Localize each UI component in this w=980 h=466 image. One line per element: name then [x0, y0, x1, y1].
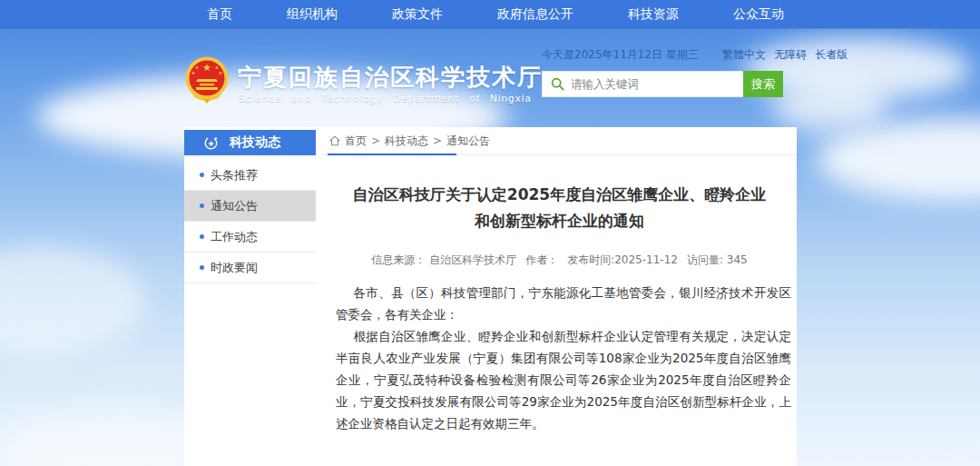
link-accessibility[interactable]: 无障碍 [774, 47, 807, 63]
svg-text:★: ★ [208, 138, 215, 147]
breadcrumb-separator: > [371, 134, 380, 147]
meta-view-count: 访问量: 345 [687, 253, 748, 268]
sidebar-item-label: 头条推荐 [211, 167, 258, 183]
sidebar-item-label: 时政要闻 [211, 260, 258, 276]
article-title: 自治区科技厅关于认定2025年度自治区雏鹰企业、瞪羚企业和创新型标杆企业的通知 [348, 182, 772, 234]
article-meta: 信息来源： 自治区科学技术厅 作者： 发布时间:2025-11-12 访问量: … [322, 253, 797, 268]
breadcrumb-separator: > [433, 134, 442, 147]
nav-item-sci-tech-resources[interactable]: 科技资源 [628, 6, 679, 23]
site-title: 宁夏回族自治区科学技术厅 [238, 62, 543, 94]
search-input[interactable] [571, 77, 743, 91]
nav-item-organization[interactable]: 组织机构 [287, 6, 338, 23]
breadcrumb: 首页 > 科技动态 > 通知公告 [322, 127, 797, 155]
article-paragraph: 根据自治区雏鹰企业、瞪羚企业和创新型标杆企业认定管理有关规定，决定认定半亩良人农… [336, 325, 791, 434]
nav-item-policy-documents[interactable]: 政策文件 [392, 6, 443, 23]
link-traditional-chinese[interactable]: 繁體中文 [722, 47, 766, 63]
bullet-dot-icon [200, 265, 204, 270]
home-icon [329, 135, 340, 146]
star-refresh-icon: ★ [203, 135, 219, 151]
sidebar-item-current-politics[interactable]: 时政要闻 [184, 253, 316, 283]
bullet-dot-icon [200, 203, 204, 208]
sidebar-item-label: 通知公告 [211, 198, 258, 214]
meta-author: 作者： [525, 253, 558, 268]
site-subtitle: Science and Technology Department of Nin… [239, 93, 532, 104]
meta-source: 信息来源： 自治区科学技术厅 [371, 253, 516, 268]
meta-publish-date: 发布时间:2025-11-12 [567, 253, 678, 268]
svg-text:★: ★ [202, 62, 211, 74]
top-nav: 首页 组织机构 政策文件 政府信息公开 科技资源 公众互动 [0, 0, 980, 28]
bullet-dot-icon [200, 173, 204, 177]
site-header: ★ ★ ★ ★ ★ 宁夏回族自治区科学技术厅 Science and Techn… [0, 28, 980, 119]
nav-item-public-interaction[interactable]: 公众互动 [733, 6, 784, 23]
sidebar-item-label: 工作动态 [211, 229, 258, 245]
breadcrumb-current: 通知公告 [446, 134, 490, 149]
search-bar: 搜索 [542, 71, 783, 97]
national-emblem-logo: ★ ★ ★ ★ ★ [184, 55, 230, 104]
current-date: 今天是2025年11月12日 星期三 [542, 47, 699, 63]
link-elderly-version[interactable]: 长者版 [815, 47, 848, 63]
nav-item-gov-info-disclosure[interactable]: 政府信息公开 [497, 6, 573, 23]
svg-text:★: ★ [195, 64, 200, 70]
sidebar-item-notices[interactable]: 通知公告 [184, 191, 316, 222]
svg-text:★: ★ [219, 70, 223, 75]
breadcrumb-sci-tech-trends[interactable]: 科技动态 [385, 134, 428, 149]
sidebar-header: ★ 科技动态 [184, 130, 316, 155]
sidebar-item-work-trends[interactable]: 工作动态 [184, 222, 316, 253]
main-panel: ★ 科技动态 头条推荐 通知公告 工作动态 时政要闻 [184, 127, 797, 466]
sidebar-title: 科技动态 [230, 134, 280, 151]
article-paragraph: 各市、县（区）科技管理部门，宁东能源化工基地管委会，银川经济技术开发区管委会，各… [336, 282, 791, 325]
cloud [0, 246, 145, 355]
search-icon [551, 77, 564, 91]
article-body: 各市、县（区）科技管理部门，宁东能源化工基地管委会，银川经济技术开发区管委会，各… [322, 282, 797, 434]
breadcrumb-home[interactable]: 首页 [345, 134, 367, 149]
search-button[interactable]: 搜索 [743, 71, 783, 97]
sidebar: ★ 科技动态 头条推荐 通知公告 工作动态 时政要闻 [184, 130, 316, 283]
nav-item-home[interactable]: 首页 [207, 6, 232, 23]
bullet-dot-icon [200, 234, 204, 239]
content-area: 首页 > 科技动态 > 通知公告 自治区科技厅关于认定2025年度自治区雏鹰企业… [322, 127, 797, 466]
svg-text:★: ★ [191, 70, 196, 75]
sidebar-item-headlines[interactable]: 头条推荐 [184, 160, 316, 191]
